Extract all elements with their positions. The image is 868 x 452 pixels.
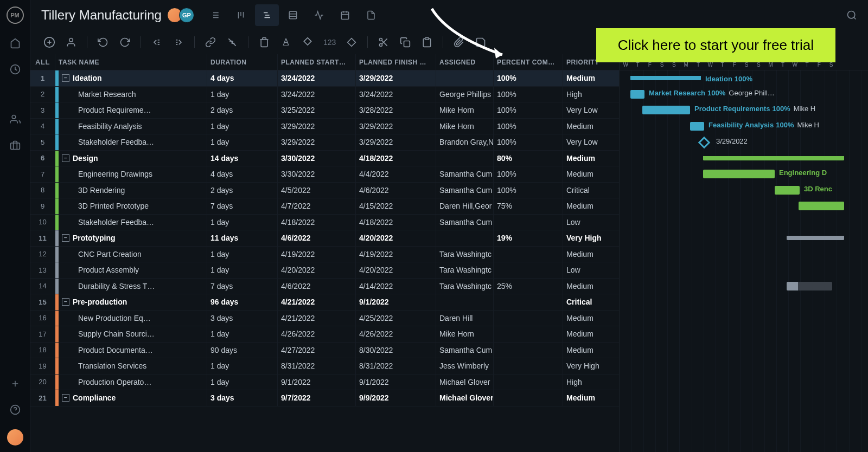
cell-start[interactable]: 4/21/2022 [278,294,356,310]
gantt-row[interactable] [620,279,868,295]
cell-percent[interactable]: 100% [494,134,563,150]
view-calendar-icon[interactable] [333,4,357,26]
cell-priority[interactable]: Critical [563,183,615,198]
cell-assigned[interactable]: Mike Horn [436,326,494,342]
cell-finish[interactable]: 9/1/2022 [356,294,436,310]
col-all[interactable]: ALL [30,54,55,70]
cell-finish[interactable]: 4/15/2022 [356,198,436,214]
cell-assigned[interactable]: Michael Glover [436,390,494,406]
cell-percent[interactable] [494,262,563,278]
gantt-row[interactable] [620,343,868,359]
unlink-icon[interactable] [226,36,238,48]
cell-priority[interactable]: High [563,374,615,390]
cell-percent[interactable]: 75% [494,198,563,214]
gantt-milestone[interactable] [698,137,711,149]
cell-priority[interactable]: High [563,87,615,102]
cell-start[interactable]: 3/30/2022 [278,151,356,166]
member-avatars[interactable]: GP [170,8,194,23]
cell-finish[interactable]: 4/14/2022 [356,279,436,294]
collapse-icon[interactable]: − [62,234,69,242]
cell-duration[interactable]: 1 day [207,374,278,390]
col-duration[interactable]: DURATION [207,54,278,70]
view-gantt-icon[interactable] [255,4,279,26]
cell-priority[interactable]: Medium [563,166,615,182]
table-row[interactable]: 18Product Documenta…90 days4/27/20228/30… [30,343,619,359]
table-row[interactable]: 3Product Requireme…2 days3/25/20223/28/2… [30,102,619,119]
gantt-bar[interactable] [787,236,844,240]
table-row[interactable]: 10Stakeholder Feedba…1 day4/18/20224/18/… [30,215,619,231]
cell-assigned[interactable]: George Phillips [436,87,494,102]
table-row[interactable]: 14Durability & Stress T…7 days4/6/20224/… [30,279,619,295]
cell-duration[interactable]: 14 days [207,151,278,166]
cell-percent[interactable] [494,343,563,358]
cell-start[interactable]: 4/6/2022 [278,230,356,246]
text-color-icon[interactable]: A [280,36,292,48]
gantt-bar[interactable]: Engineering D [703,170,775,178]
cell-start[interactable]: 3/25/2022 [278,102,356,118]
view-list-icon[interactable] [203,4,227,26]
gantt-bar[interactable]: Feasibility Analysis100%Mike H [690,122,704,131]
cell-percent[interactable] [494,294,563,310]
table-row[interactable]: 20Production Operato…1 day9/1/20229/1/20… [30,374,619,391]
cell-duration[interactable]: 1 day [207,134,278,150]
table-row[interactable]: 7Engineering Drawings4 days3/30/20224/4/… [30,166,619,183]
cell-finish[interactable]: 4/18/2022 [356,151,436,166]
col-assigned[interactable]: ASSIGNED [436,54,494,70]
cell-percent[interactable]: 100% [494,87,563,102]
cell-percent[interactable]: 19% [494,230,563,246]
gantt-row[interactable] [620,151,868,167]
cell-duration[interactable]: 1 day [207,262,278,278]
cell-priority[interactable]: Medium [563,390,615,406]
cell-finish[interactable]: 8/30/2022 [356,343,436,358]
cell-assigned[interactable]: Daren Hill,Geor [436,198,494,214]
cell-priority[interactable]: Medium [563,326,615,342]
shape-icon[interactable] [346,36,358,48]
gantt-row[interactable] [620,230,868,247]
recent-icon[interactable] [9,63,22,76]
table-row[interactable]: 15−Pre-production96 days4/21/20229/1/202… [30,294,619,311]
cell-assigned[interactable] [436,70,494,86]
copy-icon[interactable] [399,36,411,48]
cell-percent[interactable]: 100% [494,70,563,86]
gantt-row[interactable]: Feasibility Analysis100%Mike H [620,119,868,135]
cell-duration[interactable]: 2 days [207,183,278,198]
cell-assigned[interactable] [436,294,494,310]
cell-percent[interactable] [494,311,563,326]
collapse-icon[interactable]: − [62,394,69,402]
cell-start[interactable]: 9/1/2022 [278,374,356,390]
cell-finish[interactable]: 4/25/2022 [356,311,436,326]
table-row[interactable]: 12CNC Part Creation1 day4/19/20224/19/20… [30,247,619,263]
add-icon[interactable] [9,377,22,390]
cell-percent[interactable] [494,374,563,390]
cell-percent[interactable]: 100% [494,166,563,182]
cell-priority[interactable]: Medium [563,247,615,262]
cell-finish[interactable]: 3/28/2022 [356,102,436,118]
cell-priority[interactable]: Very Low [563,102,615,118]
cell-priority[interactable]: Medium [563,198,615,214]
outdent-icon[interactable] [151,36,163,48]
table-row[interactable]: 6−Design14 days3/30/20224/18/202280%Medi… [30,151,619,167]
gantt-row[interactable]: Engineering D [620,166,868,183]
cell-duration[interactable]: 7 days [207,279,278,294]
cell-duration[interactable]: 2 days [207,102,278,118]
number-format[interactable]: 123 [323,38,336,47]
cell-priority[interactable]: Medium [563,279,615,294]
col-finish[interactable]: PLANNED FINISH … [356,54,436,70]
cell-priority[interactable]: Very Low [563,134,615,150]
cell-start[interactable]: 4/26/2022 [278,326,356,342]
cell-duration[interactable]: 1 day [207,247,278,262]
table-row[interactable]: 13Product Assembly1 day4/20/20224/20/202… [30,262,619,279]
cell-percent[interactable] [494,247,563,262]
cell-assigned[interactable]: Samantha Cum [436,215,494,230]
attach-icon[interactable] [453,36,465,48]
table-row[interactable]: 93D Printed Prototype7 days4/7/20224/15/… [30,198,619,215]
gantt-row[interactable]: 3D Renc [620,183,868,199]
gantt-bar[interactable] [703,156,844,160]
cell-percent[interactable]: 25% [494,279,563,294]
cell-finish[interactable]: 4/4/2022 [356,166,436,182]
table-row[interactable]: 21−Compliance3 days9/7/20229/9/2022Micha… [30,390,619,406]
col-percent[interactable]: PERCENT COM… [494,54,563,70]
collapse-icon[interactable]: − [62,154,69,162]
cell-duration[interactable]: 96 days [207,294,278,310]
table-row[interactable]: 11−Prototyping11 days4/6/20224/20/202219… [30,230,619,247]
